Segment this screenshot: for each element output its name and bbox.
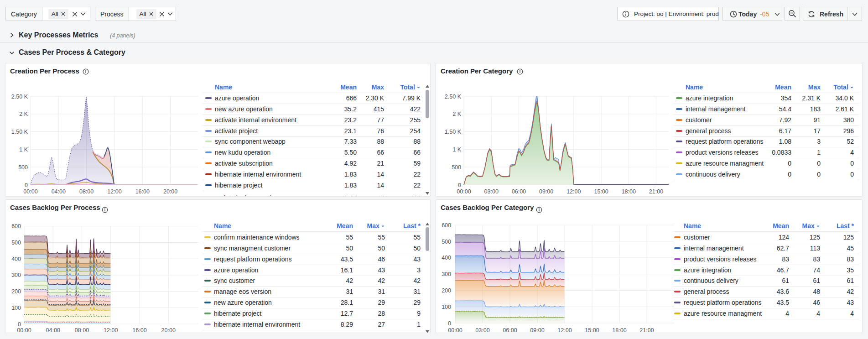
svg-text:1 K: 1 K <box>452 146 461 153</box>
svg-text:18:00: 18:00 <box>612 327 626 333</box>
svg-text:1.50 K: 1.50 K <box>11 129 28 135</box>
svg-text:00:00: 00:00 <box>17 327 31 333</box>
svg-text:08:00: 08:00 <box>79 188 94 195</box>
svg-text:06:00: 06:00 <box>503 327 517 333</box>
svg-text:100: 100 <box>442 304 451 310</box>
svg-text:16:00: 16:00 <box>135 188 150 195</box>
svg-text:300: 300 <box>11 272 21 278</box>
svg-text:12:00: 12:00 <box>107 188 121 195</box>
svg-text:20:00: 20:00 <box>163 188 177 195</box>
svg-text:00:00: 00:00 <box>457 188 471 195</box>
svg-text:500: 500 <box>11 240 21 246</box>
svg-text:20:00: 20:00 <box>161 327 176 333</box>
svg-text:08:00: 08:00 <box>75 327 89 333</box>
svg-text:15:00: 15:00 <box>585 327 599 333</box>
svg-text:600: 600 <box>442 222 451 229</box>
svg-text:2.50 K: 2.50 K <box>445 94 462 100</box>
svg-text:21:00: 21:00 <box>639 327 654 333</box>
svg-text:00:00: 00:00 <box>23 188 37 195</box>
svg-text:100: 100 <box>11 305 21 311</box>
svg-text:500: 500 <box>452 164 461 171</box>
svg-text:400: 400 <box>11 256 21 262</box>
svg-text:00:00: 00:00 <box>448 327 462 333</box>
svg-text:2 K: 2 K <box>452 111 461 117</box>
svg-text:0: 0 <box>448 320 451 327</box>
svg-text:12:00: 12:00 <box>104 327 118 333</box>
svg-text:600: 600 <box>11 223 21 229</box>
svg-text:16:00: 16:00 <box>132 327 146 333</box>
svg-text:500: 500 <box>442 239 451 245</box>
svg-text:400: 400 <box>442 255 451 261</box>
svg-text:03:00: 03:00 <box>475 327 489 333</box>
svg-text:1 K: 1 K <box>19 146 28 153</box>
svg-text:03:00: 03:00 <box>484 188 499 195</box>
svg-text:2 K: 2 K <box>19 111 28 117</box>
svg-text:12:00: 12:00 <box>557 327 572 333</box>
svg-text:18:00: 18:00 <box>622 188 636 195</box>
svg-text:09:00: 09:00 <box>530 327 544 333</box>
svg-text:15:00: 15:00 <box>594 188 608 195</box>
svg-text:0: 0 <box>18 321 21 328</box>
svg-text:0: 0 <box>25 182 28 188</box>
svg-text:200: 200 <box>442 287 451 294</box>
svg-text:21:00: 21:00 <box>649 188 663 195</box>
svg-text:04:00: 04:00 <box>46 327 60 333</box>
svg-text:12:00: 12:00 <box>567 188 581 195</box>
svg-text:0: 0 <box>458 182 461 188</box>
svg-text:2.50 K: 2.50 K <box>11 94 28 100</box>
svg-text:04:00: 04:00 <box>52 188 66 195</box>
svg-text:300: 300 <box>442 271 451 277</box>
svg-text:06:00: 06:00 <box>512 188 526 195</box>
svg-text:09:00: 09:00 <box>539 188 553 195</box>
svg-text:500: 500 <box>18 164 28 171</box>
svg-text:200: 200 <box>11 288 21 295</box>
svg-text:1.50 K: 1.50 K <box>445 129 462 135</box>
